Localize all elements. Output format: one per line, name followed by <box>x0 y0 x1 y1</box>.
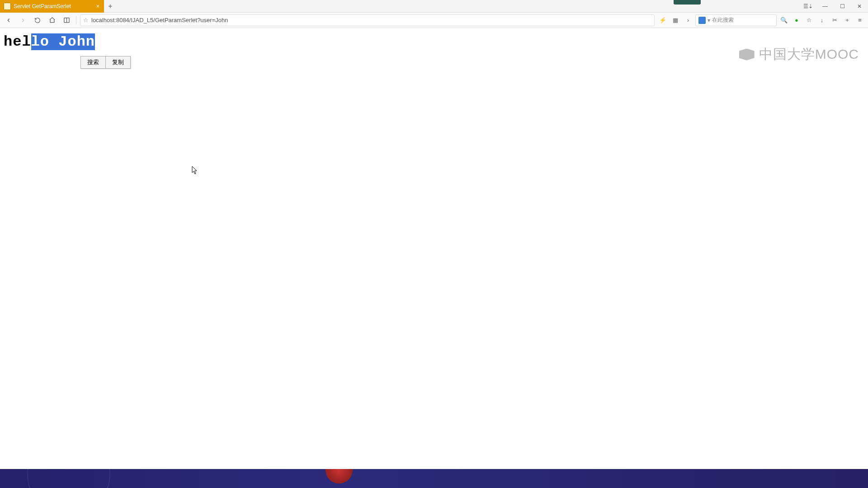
context-search-button[interactable]: 搜索 <box>81 56 106 68</box>
favorites-icon[interactable]: ☆ <box>804 15 815 26</box>
window-maximize[interactable]: ☐ <box>834 0 851 13</box>
wechat-icon[interactable]: ● <box>791 15 802 26</box>
top-status-badge <box>674 0 701 5</box>
account-icon[interactable]: ☰⇣ <box>799 0 816 13</box>
nav-forward-button[interactable] <box>17 14 29 26</box>
window-close[interactable]: ✕ <box>851 0 868 13</box>
window-minimize[interactable]: — <box>816 0 834 13</box>
read-mode-button[interactable] <box>61 14 72 26</box>
toolbar-right-tools: ⚡ ▦ › ▾ 在此搜索 🔍 ● ☆ ↓ ✂ + ≡ <box>657 14 865 26</box>
page-content: hello John 搜索 复制 中国大学MOOC <box>0 28 868 488</box>
dropdown-caret-icon[interactable]: ▾ <box>708 17 710 23</box>
heading-text-unselected: hel <box>4 33 31 50</box>
add-icon[interactable]: + <box>842 15 853 26</box>
expand-icon[interactable]: › <box>683 15 693 26</box>
qr-icon[interactable]: ▦ <box>670 15 681 26</box>
search-placeholder: 在此搜索 <box>712 16 734 24</box>
footer-decoration <box>326 469 353 483</box>
toolbar: ☆ localhost:8084/IJAD_L5/GetParamSerlet?… <box>0 13 868 28</box>
toolbar-separator <box>76 16 76 25</box>
window-controls: ☰⇣ — ☐ ✕ <box>799 0 868 13</box>
mouse-cursor-icon <box>192 166 198 175</box>
search-box[interactable]: ▾ 在此搜索 <box>695 14 777 26</box>
heading-text-selected: lo John <box>31 33 95 50</box>
bookmark-star-icon[interactable]: ☆ <box>83 17 89 23</box>
nav-back-button[interactable] <box>3 14 14 26</box>
watermark-logo-icon <box>739 49 755 61</box>
menu-icon[interactable]: ≡ <box>854 15 865 26</box>
lightning-icon[interactable]: ⚡ <box>657 15 668 26</box>
search-engine-icon[interactable] <box>698 17 706 24</box>
nav-home-button[interactable] <box>46 14 58 26</box>
titlebar: Servlet GetParamSerlet × + ☰⇣ — ☐ ✕ <box>0 0 868 13</box>
tab-title: Servlet GetParamSerlet <box>14 3 93 9</box>
download-icon[interactable]: ↓ <box>816 15 827 26</box>
selection-context-menu: 搜索 复制 <box>80 56 131 69</box>
browser-tab-active[interactable]: Servlet GetParamSerlet × <box>0 0 104 13</box>
footer-band <box>0 469 868 488</box>
zoom-icon[interactable]: 🔍 <box>778 15 789 26</box>
tab-favicon <box>4 3 11 10</box>
scissors-icon[interactable]: ✂ <box>829 15 840 26</box>
new-tab-button[interactable]: + <box>104 0 117 12</box>
page-heading[interactable]: hello John <box>0 28 868 50</box>
address-bar[interactable]: ☆ localhost:8084/IJAD_L5/GetParamSerlet?… <box>80 14 655 26</box>
address-url: localhost:8084/IJAD_L5/GetParamSerlet?us… <box>91 17 651 23</box>
tab-close-icon[interactable]: × <box>95 3 100 9</box>
context-copy-button[interactable]: 复制 <box>106 56 130 68</box>
nav-reload-button[interactable] <box>32 14 43 26</box>
